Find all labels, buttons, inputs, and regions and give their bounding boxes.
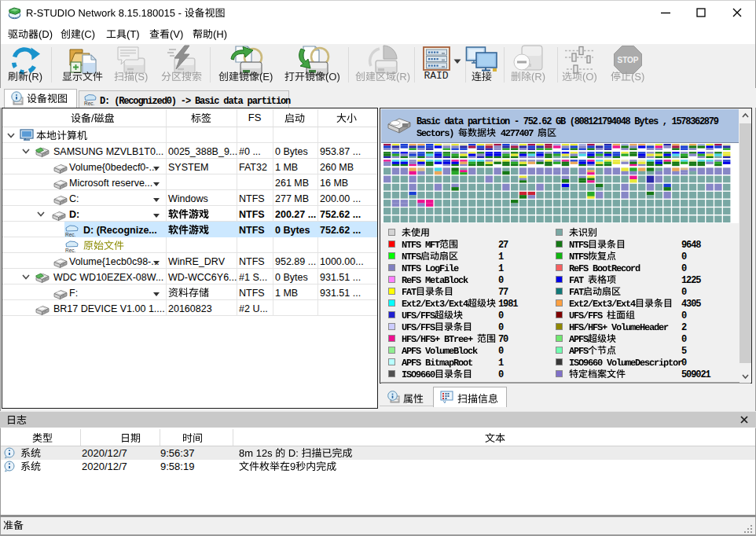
svg-text:Rec.: Rec. bbox=[65, 232, 76, 237]
svg-text:STOP: STOP bbox=[617, 56, 638, 64]
svg-text:Rec.: Rec. bbox=[65, 248, 76, 253]
svg-text:Rec.: Rec. bbox=[84, 101, 95, 106]
